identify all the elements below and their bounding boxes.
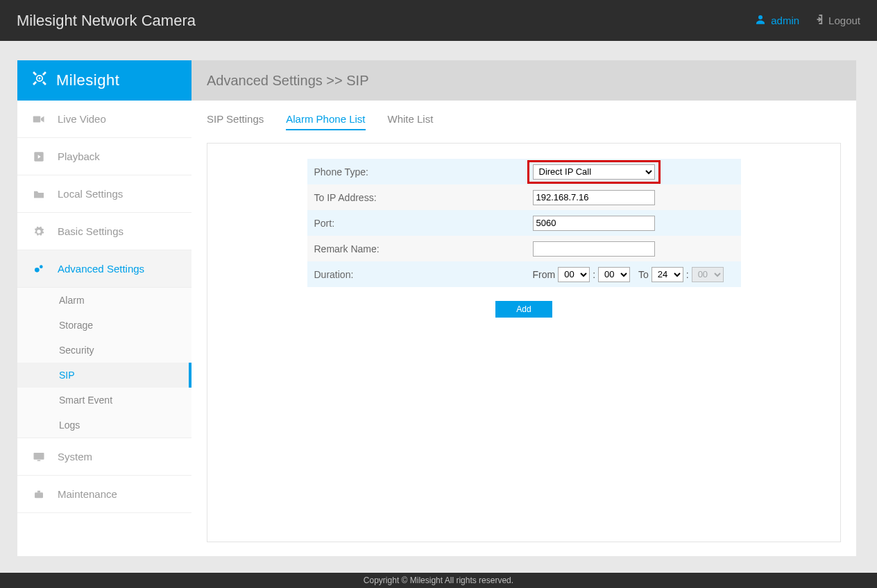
sidebar-item-playback[interactable]: Playback [17,138,191,175]
app-title: Milesight Network Camera [17,12,196,30]
sidebar-item-basic-settings[interactable]: Basic Settings [17,213,191,250]
play-icon [33,151,45,162]
subnav-storage[interactable]: Storage [17,313,191,338]
toolbox-icon [33,489,45,500]
breadcrumb: Advanced Settings >> SIP [191,60,856,101]
logout-button[interactable]: Logout [812,13,860,28]
inner-panel: Milesight Live Video Playback Local Sett… [17,60,856,556]
form-table: Phone Type: Direct IP Call To IP Address… [307,159,741,287]
row-remark: Remark Name: [307,236,741,261]
svg-rect-7 [33,116,41,122]
sidebar-item-label: Playback [58,150,100,162]
remark-input[interactable] [533,241,655,257]
svg-point-6 [39,78,41,80]
row-to-ip: To IP Address: [307,184,741,210]
sidebar-item-local-settings[interactable]: Local Settings [17,175,191,213]
subnav-smart-event[interactable]: Smart Event [17,388,191,413]
form-card: Phone Type: Direct IP Call To IP Address… [207,143,841,542]
tab-sip-settings[interactable]: SIP Settings [207,113,264,130]
topbar: Milesight Network Camera admin Logout [0,0,877,41]
svg-rect-4 [42,81,46,85]
colon-1: : [593,269,595,280]
svg-rect-11 [34,453,44,460]
nav: Live Video Playback Local Settings Basic… [17,101,191,556]
breadcrumb-text: Advanced Settings >> SIP [207,73,369,89]
phone-type-select[interactable]: Direct IP Call [533,164,655,180]
row-phone-type: Phone Type: Direct IP Call [307,159,741,184]
brand-icon [30,69,49,92]
content-wrapper: Milesight Live Video Playback Local Sett… [0,41,877,573]
from-text: From [533,269,556,280]
logout-label: Logout [828,15,860,26]
to-min-select: 00 [692,267,724,282]
svg-rect-1 [42,71,46,76]
sidebar-item-label: Advanced Settings [58,263,144,275]
label-remark: Remark Name: [314,243,533,254]
sidebar-item-live-video[interactable]: Live Video [17,101,191,138]
sidebar-item-label: Live Video [58,113,106,125]
brand: Milesight [17,60,191,101]
logout-icon [812,13,824,28]
svg-rect-3 [33,71,37,76]
svg-rect-2 [33,81,37,85]
user-icon [754,13,767,28]
add-button[interactable]: Add [495,301,552,318]
subnav-logs[interactable]: Logs [17,413,191,438]
colon-2: : [686,269,689,280]
svg-rect-13 [35,492,43,498]
topbar-right: admin Logout [754,13,860,28]
sidebar-item-label: Maintenance [58,488,117,500]
camera-icon [33,114,45,124]
footer: Copyright © Milesight All rights reserve… [0,573,877,588]
sidebar-item-system[interactable]: System [17,438,191,476]
svg-point-10 [40,265,43,268]
subnav-security[interactable]: Security [17,338,191,363]
folder-icon [33,189,45,199]
main-panel: Advanced Settings >> SIP SIP Settings Al… [191,60,856,556]
brand-text: Milesight [56,71,119,89]
to-hour-select[interactable]: 24 [652,267,683,282]
subnav-alarm[interactable]: Alarm [17,288,191,313]
monitor-icon [33,451,45,462]
gears-icon [33,263,45,275]
svg-rect-12 [37,460,41,461]
sidebar-item-label: Local Settings [58,188,123,200]
user-section[interactable]: admin [754,13,799,28]
to-text: To [638,269,649,280]
tab-alarm-phone-list[interactable]: Alarm Phone List [286,113,365,130]
sidebar-item-label: System [58,451,92,462]
gear-icon [33,226,45,237]
row-duration: Duration: From 00 : 00 To 24 : 00 [307,261,741,287]
label-phone-type: Phone Type: [314,166,533,178]
tab-white-list[interactable]: White List [388,113,434,130]
subnav-sip[interactable]: SIP [17,363,191,388]
svg-point-9 [35,268,40,273]
from-hour-select[interactable]: 00 [558,267,590,282]
svg-point-0 [758,15,763,19]
highlight-rect: Direct IP Call [527,160,661,184]
tab-row: SIP Settings Alarm Phone List White List [191,101,856,139]
sidebar-item-label: Basic Settings [58,225,124,237]
sidebar-item-advanced-settings[interactable]: Advanced Settings [17,250,191,288]
sidebar-item-maintenance[interactable]: Maintenance [17,476,191,513]
from-min-select[interactable]: 00 [598,267,630,282]
sidebar: Milesight Live Video Playback Local Sett… [17,60,191,556]
footer-text: Copyright © Milesight All rights reserve… [364,576,513,585]
label-port: Port: [314,218,533,229]
username-label: admin [771,15,799,26]
label-to-ip: To IP Address: [314,192,533,203]
duration-controls: From 00 : 00 To 24 : 00 [533,267,741,282]
svg-rect-14 [37,490,40,492]
to-ip-input[interactable] [533,190,655,205]
label-duration: Duration: [314,269,533,280]
port-input[interactable] [533,216,655,231]
advanced-subnav: Alarm Storage Security SIP Smart Event L… [17,288,191,438]
row-port: Port: [307,210,741,236]
